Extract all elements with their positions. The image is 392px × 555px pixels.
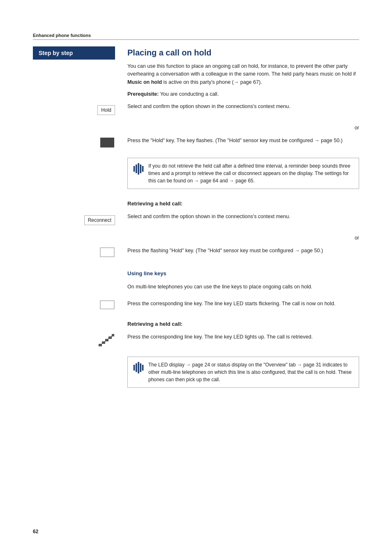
svg-rect-17 bbox=[140, 364, 142, 372]
hold-key-left bbox=[33, 137, 123, 150]
line-keys-intro-row: On multi-line telephones you can use the… bbox=[33, 283, 359, 295]
note1-icon bbox=[133, 163, 144, 177]
main-layout: Step by step Placing a call on hold You … bbox=[33, 46, 359, 103]
reconnect-row: Reconnect Select and confirm the option … bbox=[33, 213, 359, 225]
stair-instruction: Press the corresponding line key. The li… bbox=[123, 333, 359, 341]
line-keys-heading: Using line keys bbox=[123, 264, 359, 280]
note2-text: The LED display → page 24 or status disp… bbox=[148, 361, 354, 383]
note2-row: The LED display → page 24 or status disp… bbox=[33, 353, 359, 392]
reconnect-instruction: Select and confirm the option shown in t… bbox=[123, 213, 359, 221]
hold-instruction: Select and confirm the option shown in t… bbox=[123, 103, 359, 111]
svg-rect-2 bbox=[136, 164, 137, 173]
svg-rect-16 bbox=[138, 362, 139, 373]
line-key-icon-left bbox=[33, 300, 123, 311]
prerequisite-label: Prerequisite: bbox=[127, 91, 159, 97]
svg-line-13 bbox=[99, 334, 114, 346]
stair-icon bbox=[98, 333, 115, 348]
intro-bold: Music on hold bbox=[127, 79, 162, 85]
retrieve-heading-row: Retrieving a held call: bbox=[33, 196, 359, 210]
svg-rect-7 bbox=[100, 301, 114, 309]
svg-rect-15 bbox=[136, 364, 137, 372]
note2-icon bbox=[133, 362, 144, 376]
reconnect-key-row: Press the flashing "Hold" key. (The "Hol… bbox=[33, 247, 359, 259]
reconnect-left: Reconnect bbox=[33, 213, 123, 225]
intro-text: You can use this function to place an on… bbox=[127, 63, 356, 77]
section-header: Enhanced phone functions bbox=[33, 33, 359, 40]
note1: If you do not retrieve the held call aft… bbox=[127, 158, 359, 189]
hold-row: Hold Select and confirm the option shown… bbox=[33, 103, 359, 115]
prerequisite-text: You are conducting a call. bbox=[159, 91, 219, 97]
svg-rect-3 bbox=[138, 163, 139, 175]
intro-suffix: is active on this party's phone (→ page … bbox=[162, 79, 262, 85]
page: Enhanced phone functions Step by step Pl… bbox=[0, 0, 392, 555]
svg-rect-5 bbox=[142, 166, 144, 172]
reconnect-key-instruction: Press the flashing "Hold" key. (The "Hol… bbox=[123, 247, 359, 255]
note1-row: If you do not retrieve the held call aft… bbox=[33, 154, 359, 193]
left-column: Step by step bbox=[33, 46, 123, 103]
right-column: Placing a call on hold You can use this … bbox=[123, 46, 359, 103]
svg-rect-6 bbox=[100, 248, 114, 257]
reconnect-label: Reconnect bbox=[84, 215, 115, 225]
page-title: Placing a call on hold bbox=[127, 48, 359, 58]
retrieve-heading2: Retrieving a held call: bbox=[123, 316, 359, 331]
svg-rect-11 bbox=[108, 336, 112, 339]
svg-rect-18 bbox=[142, 365, 144, 371]
note2: The LED display → page 24 or status disp… bbox=[127, 357, 359, 388]
stair-icon-left bbox=[33, 333, 123, 348]
line-keys-intro: On multi-line telephones you can use the… bbox=[123, 283, 359, 291]
reconnect-key-left bbox=[33, 247, 123, 259]
retrieve-heading-text: Retrieving a held call: bbox=[127, 200, 359, 208]
retrieve-heading2-text: Retrieving a held call: bbox=[127, 320, 359, 328]
line-key-icon bbox=[99, 300, 115, 311]
note1-box: If you do not retrieve the held call aft… bbox=[123, 154, 359, 193]
intro-paragraph: You can use this function to place an on… bbox=[127, 62, 359, 86]
or1-row: or bbox=[33, 120, 359, 134]
line-keys-heading-text: Using line keys bbox=[127, 269, 359, 278]
line-key-instruction: Press the corresponding line key. The li… bbox=[123, 300, 359, 308]
stair-row: Press the corresponding line key. The li… bbox=[33, 333, 359, 348]
note2-box: The LED display → page 24 or status disp… bbox=[123, 353, 359, 392]
retrieve-heading: Retrieving a held call: bbox=[123, 196, 359, 210]
or2-row: or bbox=[33, 230, 359, 244]
step-by-step-header: Step by step bbox=[33, 46, 115, 60]
svg-rect-14 bbox=[134, 365, 135, 371]
svg-rect-4 bbox=[140, 164, 142, 173]
hold-label: Hold bbox=[97, 105, 115, 115]
or2-text: or bbox=[123, 234, 359, 242]
svg-rect-1 bbox=[134, 166, 135, 172]
reconnect-key-icon bbox=[99, 247, 115, 259]
hold-left: Hold bbox=[33, 103, 123, 115]
page-number: 62 bbox=[33, 529, 38, 534]
svg-rect-0 bbox=[100, 138, 114, 147]
hold-key-row: Press the "Hold" key. The key flashes. (… bbox=[33, 137, 359, 150]
or1-text: or bbox=[123, 124, 359, 132]
retrieve-heading2-row: Retrieving a held call: bbox=[33, 316, 359, 331]
prerequisite: Prerequisite: You are conducting a call. bbox=[127, 90, 359, 98]
line-key-row: Press the corresponding line key. The li… bbox=[33, 300, 359, 311]
line-keys-heading-row: Using line keys bbox=[33, 264, 359, 280]
hold-key-icon bbox=[99, 137, 115, 150]
hold-key-instruction: Press the "Hold" key. The key flashes. (… bbox=[123, 137, 359, 145]
note1-text: If you do not retrieve the held call aft… bbox=[148, 162, 354, 184]
